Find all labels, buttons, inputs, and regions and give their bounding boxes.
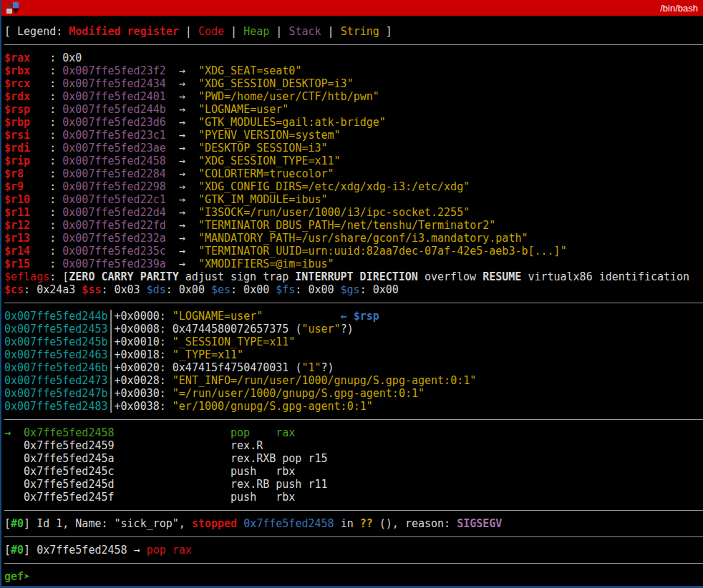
colon: : [295,283,308,296]
eflags-row: $eflags: [ZEROCARRYPARITYadjustsigntrapI… [4,270,703,283]
register-string: "DESKTOP_SESSION=i3" [198,142,328,155]
stack-offset: +0x0008: [115,323,173,335]
legend-separator: | [224,25,243,38]
legend-separator: | [179,25,198,38]
stack-section: 0x007ffe5fed244b│+0x0000: "LOGNAME=user"… [4,310,703,413]
dereference-arrow: → [166,232,198,245]
register-value: 0x007ffe5fed235c [62,245,166,258]
thread-in: in [341,517,360,530]
eflag: identification [599,270,689,283]
stack-row: 0x007ffe5fed247b│+0x0030: "=/run/user/10… [4,387,703,400]
trace-address: 0x7ffe5fed2458 [37,544,127,557]
section-separator [4,419,703,420]
code-row: 0x7ffe5fed245drex.RB push r11 [4,478,703,491]
eflag: CARRY [101,270,133,283]
register-name: $r11 [4,206,49,219]
legend-item: Code [198,25,224,38]
legend-item: String [341,25,379,38]
register-string: "XDG_SESSION_DESKTOP=i3" [198,77,354,90]
stack-bar: │ [108,310,115,323]
legend-item: Heap [243,25,269,38]
register-name: $rdi [4,142,49,155]
segment-name: $es [211,283,231,296]
colon: : [101,283,114,296]
icon-triangle [12,9,19,14]
register-row: $r12: 0x007ffe5fed22fd → "TERMINATOR_DBU… [4,219,703,232]
terminal-app-icon[interactable] [6,2,19,14]
stack-string: "_TYPE=x11" [173,348,243,361]
colon: : [49,206,62,219]
legend-separator: | [269,25,289,38]
dereference-arrow: → [166,245,198,258]
legend-line: [ Legend: Modified register | Code | Hea… [4,25,703,38]
thread-function: ?? [360,517,373,530]
register-name: $rbp [4,116,49,129]
code-address: 0x7ffe5fed245f [24,491,231,504]
code-instruction: pop rax [231,426,295,439]
register-value: 0x007ffe5fed239a [62,258,166,270]
dereference-arrow: → [166,142,198,155]
dereference-arrow: → [166,180,198,193]
dereference-arrow: → [166,193,198,206]
colon: : [49,116,62,129]
trace-row: [#0] 0x7ffe5fed2458 → pop rax [4,544,703,557]
stack-address: 0x007ffe5fed2463 [4,348,108,361]
terminal-screen[interactable]: [ Legend: Modified register | Code | Hea… [1,16,703,586]
colon: : [231,283,243,296]
code-row: 0x7ffe5fed245arex.RXB pop r15 [4,452,703,465]
dereference-arrow: → [166,219,198,232]
titlebar[interactable]: /bin/bash [1,0,703,16]
stack-value-pre: 0x47415f4750470031 ( [173,361,302,374]
colon: : [49,193,62,206]
register-value: 0x007ffe5fed244b [62,103,166,116]
segment-value: 0x24a3 [37,283,75,296]
register-row: $rbp: 0x007ffe5fed23d6 → "GTK_MODULES=ga… [4,116,703,129]
eflag: DIRECTION [360,270,418,283]
stack-bar: │ [108,348,115,361]
dereference-arrow: → [166,64,198,77]
register-value: 0x007ffe5fed232a [62,232,166,245]
legend-item: Stack [289,25,321,38]
dereference-arrow: → [166,167,198,180]
register-value: 0x0 [62,52,82,64]
segment-name: $cs [4,283,24,296]
colon: : [49,219,62,232]
prompt-row[interactable]: gef➤ [4,570,703,583]
register-row: $r10: 0x007ffe5fed22c1 → "GTK_IM_MODULE=… [4,193,703,206]
code-row: 0x7ffe5fed245fpush rbx [4,491,703,504]
eflag: RESUME [483,270,521,283]
stack-row: 0x007ffe5fed2463│+0x0018: "_TYPE=x11" [4,348,703,361]
thread-id: #0 [11,517,24,530]
colon: : [49,155,62,167]
colon: : [49,142,62,155]
stack-offset: +0x0020: [115,361,173,374]
gef-prompt[interactable]: gef➤ [4,570,30,583]
code-instruction: rex.RXB pop r15 [231,452,327,465]
stack-string: "er/1000/gnupg/S.gpg-agent:0:1" [173,400,373,413]
colon: : [49,77,62,90]
bracket: [ [4,544,11,557]
colon: : [49,129,62,142]
trace-arrow: → [127,544,147,557]
register-string: "GTK_MODULES=gail:atk-bridge" [198,116,386,129]
eflag: trap [263,270,289,283]
eflag: INTERRUPT [295,270,353,283]
code-section: →0x7ffe5fed2458pop rax 0x7ffe5fed2459rex… [4,426,703,504]
section-separator [4,563,703,564]
register-name: $r12 [4,219,49,232]
icon-square-blue [13,2,19,8]
stack-value-post: ?) [321,361,334,374]
code-row: →0x7ffe5fed2458pop rax [4,426,703,439]
register-value: 0x007ffe5fed2284 [62,167,166,180]
code-instruction: push rbx [231,491,295,504]
section-separator [4,303,703,303]
register-string: "I3SOCK=/run/user/1000/i3/ipc-socket.225… [198,206,470,219]
stack-row: 0x007ffe5fed2483│+0x0038: "er/1000/gnupg… [4,400,703,413]
legend-item: Modified register [69,25,179,38]
colon: : [24,283,37,296]
stack-string: "=/run/user/1000/gnupg/S.gpg-agent:0:1" [173,387,425,400]
stack-offset: +0x0018: [115,348,173,361]
register-row: $rax: 0x0 [4,52,703,64]
colon: : [49,180,62,193]
legend-separator: | [321,25,341,38]
